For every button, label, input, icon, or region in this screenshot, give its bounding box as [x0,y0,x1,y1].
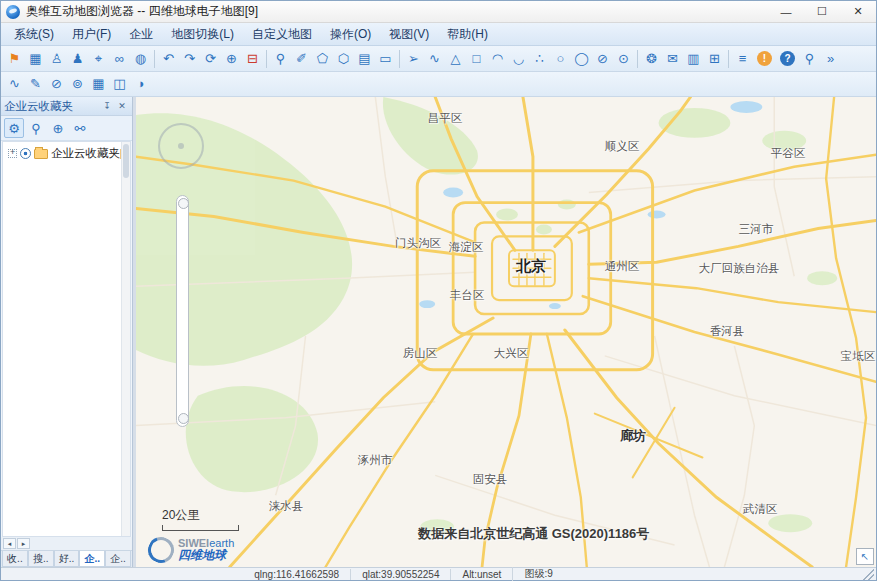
window-title: 奥维互动地图浏览器 -- 四维地球电子地图[9] [26,3,258,20]
sidebar-tab-5[interactable]: 企.. [105,551,131,567]
maximize-button[interactable]: ☐ [804,1,840,22]
toolbar-separator [637,50,638,68]
friends-icon[interactable]: ♟ [67,48,88,70]
pin-icon[interactable]: ⌖ [88,48,109,70]
map-label: 三河市 [739,222,774,237]
map-label: 平谷区 [771,146,806,161]
map-label: 武清区 [743,502,778,517]
globe-add-icon[interactable]: ⊕ [221,48,242,70]
menu-item-8[interactable]: 帮助(H) [438,23,497,46]
browse-globe-icon[interactable]: ◍ [130,48,151,70]
search-icon[interactable]: ⚲ [799,48,820,70]
map-corner-tool-button[interactable]: ↖ [856,548,874,565]
close-button[interactable]: ✕ [840,1,876,22]
menu-item-1[interactable]: 系统(S) [5,23,63,46]
more-icon[interactable]: » [820,48,841,70]
undo-icon[interactable]: ↶ [158,48,179,70]
no-fill-icon[interactable]: ⊘ [46,73,67,95]
scale-bar: 20公里 [162,507,239,531]
scale-label: 20公里 [162,508,199,522]
delete-icon[interactable]: ⊟ [242,48,263,70]
scatter-points-icon[interactable]: ∴ [529,48,550,70]
status-item-4: 图级:9 [512,567,563,581]
panel-toolbar: ⚙⚲⊕⚯ [1,116,132,141]
polyline-icon[interactable]: ∿ [424,48,445,70]
panel-close-button[interactable]: ✕ [115,99,129,113]
stats-icon[interactable]: ▥ [683,48,704,70]
polygon-icon[interactable]: ⬠ [312,48,333,70]
resize-grip[interactable] [862,569,874,580]
toolbar-separator [399,50,400,68]
triangle-icon[interactable]: △ [445,48,466,70]
dart-icon[interactable]: ➢ [403,48,424,70]
menu-list-icon[interactable]: ≡ [732,48,753,70]
split-view-icon[interactable]: ◫ [109,73,130,95]
zoom-search-icon[interactable]: ⊕ [48,118,68,138]
bookmark-pin-icon[interactable]: ⚑ [4,48,25,70]
panel-pin-button[interactable]: ↧ [100,99,114,113]
slash-circle-icon[interactable]: ⊘ [592,48,613,70]
compass-ring[interactable] [158,123,204,169]
rectangle-icon[interactable]: ▭ [375,48,396,70]
layers-icon[interactable]: ⊞ [704,48,725,70]
message-icon[interactable]: ✉ [662,48,683,70]
settings-icon[interactable]: ⚙ [4,118,24,138]
target-ring-icon[interactable]: ⊚ [67,73,88,95]
toolbar-row1: ⚑▦♙♟⌖∞◍↶↷⟳⊕⊟⚲✐⬠⬡▤▭➢∿△□◠◡∴○◯⊘⊙❂✉▥⊞≡!?⚲» [1,46,876,72]
world-icon[interactable]: ❂ [641,48,662,70]
sidebar-panel: 企业云收藏夹 ↧ ✕ ⚙⚲⊕⚯ 企业云收藏夹[ ◂ ▸ 收 [1,97,133,567]
circle-icon[interactable]: ○ [550,48,571,70]
link-icon[interactable]: ∞ [109,48,130,70]
toolbar-separator [728,50,729,68]
map-label: 昌平区 [428,111,463,126]
menu-item-3[interactable]: 企业 [120,23,162,46]
region-icon[interactable]: ▤ [354,48,375,70]
help-icon[interactable]: ? [780,51,795,66]
tree-item-enterprise-favorites[interactable]: 企业云收藏夹[ [3,142,130,161]
locate-icon[interactable]: ⚲ [270,48,291,70]
save-icon[interactable]: ▦ [25,48,46,70]
big-circle-icon[interactable]: ◯ [571,48,592,70]
square-icon[interactable]: □ [466,48,487,70]
redo-icon[interactable]: ↷ [179,48,200,70]
dot-circle-icon[interactable]: ⊙ [613,48,634,70]
sidebar-tab-4[interactable]: 企.. [79,551,105,567]
sidebar-tab-1[interactable]: 收.. [2,551,28,567]
tree-expander-icon[interactable] [8,149,17,158]
main-body: 企业云收藏夹 ↧ ✕ ⚙⚲⊕⚯ 企业云收藏夹[ ◂ ▸ 收 [1,97,876,567]
add-placemark-icon[interactable]: ♙ [46,48,67,70]
tab-scroll-left-button[interactable]: ◂ [3,538,16,549]
notice-icon[interactable]: ! [757,51,772,66]
attach-icon[interactable]: ⚯ [70,118,90,138]
map-label: 大兴区 [494,346,529,361]
search-icon[interactable]: ⚲ [26,118,46,138]
arc-up-icon[interactable]: ◠ [487,48,508,70]
scale-line [162,525,239,531]
statusbar: qlng:116.41662598qlat:39.90552254Alt:uns… [1,567,876,580]
panel-title: 企业云收藏夹 [4,99,73,114]
hexagon-icon[interactable]: ⬡ [333,48,354,70]
menu-item-6[interactable]: 操作(O) [321,23,380,46]
refresh-icon[interactable]: ⟳ [200,48,221,70]
sidebar-tab-2[interactable]: 搜.. [28,551,54,567]
sidebar-scrollbar[interactable] [121,142,130,536]
grid-map-icon[interactable]: ▦ [88,73,109,95]
zoom-slider[interactable] [176,195,189,427]
tab-scroll-right-button[interactable]: ▸ [17,538,30,549]
scrollbar-thumb[interactable] [123,144,129,178]
map-label: 顺义区 [605,139,640,154]
menu-item-5[interactable]: 自定义地图 [243,23,321,46]
menu-item-4[interactable]: 地图切换(L) [162,23,243,46]
contrast-icon[interactable]: ◑ [130,73,151,95]
map-view[interactable]: 昌平区顺义区平谷区三河市门头沟区海淀区北京通州区大厂回族自治县丰台区香河县宝坻区… [136,97,876,567]
minimize-button[interactable]: — [768,1,804,22]
measure-icon[interactable]: ✐ [291,48,312,70]
menu-item-7[interactable]: 视图(V) [380,23,438,46]
arc-down-icon[interactable]: ◡ [508,48,529,70]
sidebar-tab-3[interactable]: 好.. [54,551,80,567]
menu-item-2[interactable]: 用户(F) [63,23,120,46]
visibility-icon[interactable] [20,148,31,159]
free-line-icon[interactable]: ∿ [4,73,25,95]
app-logo-icon [6,5,20,19]
draw-pen-icon[interactable]: ✎ [25,73,46,95]
